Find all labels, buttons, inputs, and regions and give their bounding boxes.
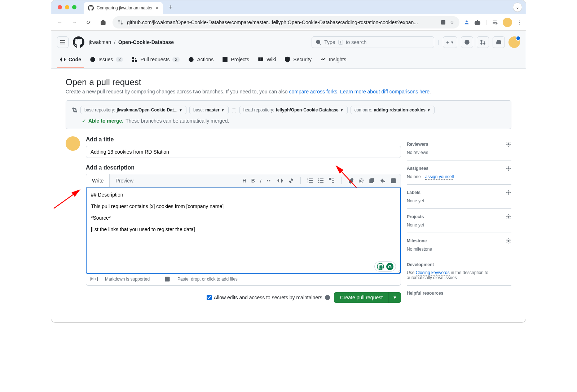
bold-icon[interactable]: B (251, 178, 255, 184)
create-pr-dropdown[interactable]: ▼ (389, 292, 401, 303)
quote-icon[interactable] (267, 178, 272, 184)
slash-commands-icon[interactable] (391, 178, 396, 184)
base-branch-select[interactable]: base: master ▼ (189, 106, 229, 114)
close-tab-icon[interactable]: × (155, 5, 158, 11)
minimize-window-icon[interactable] (65, 5, 69, 9)
link-icon[interactable] (288, 178, 294, 184)
tab-code[interactable]: Code (57, 54, 84, 68)
gear-icon[interactable] (506, 190, 511, 195)
close-window-icon[interactable] (58, 5, 62, 9)
mention-icon[interactable]: @ (359, 178, 364, 184)
profile-icon[interactable] (464, 19, 470, 25)
check-icon: ✓ (82, 118, 86, 124)
assignees-body: No one—assign yourself (407, 174, 511, 179)
github-header: jkwakman / Open-Cookie-Database Type / t… (51, 31, 526, 69)
new-tab-button[interactable]: + (166, 4, 176, 11)
window-controls[interactable] (58, 5, 76, 9)
svg-rect-41 (320, 179, 323, 179)
allow-edits-label[interactable]: Allow edits and access to secrets by mai… (207, 295, 330, 300)
attach-icon[interactable] (348, 178, 354, 184)
create-pr-button[interactable]: Create pull request (334, 292, 389, 303)
user-avatar[interactable] (508, 36, 520, 48)
caret-down-icon: ▼ (340, 108, 344, 112)
head-repo-select[interactable]: head repository: fellyph/Open-Cookie-Dat… (239, 106, 348, 114)
gear-icon[interactable] (506, 141, 511, 147)
preview-tab[interactable]: Preview (110, 174, 140, 187)
tab-actions[interactable]: Actions (185, 54, 216, 68)
media-icon[interactable] (492, 19, 498, 25)
breadcrumb: jkwakman / Open-Cookie-Database (89, 39, 174, 45)
tab-issues[interactable]: Issues 2 (87, 54, 126, 68)
development-title: Development (407, 262, 434, 267)
home-button[interactable] (98, 17, 108, 27)
issues-button[interactable] (461, 36, 473, 48)
bookmark-icon[interactable]: ☆ (450, 19, 454, 25)
labels-title: Labels (407, 190, 420, 195)
compare-forks-link[interactable]: compare across forks (289, 89, 337, 94)
browser-toolbar: ← → ⟳ github.com/jkwakman/Open-Cookie-Da… (51, 14, 526, 31)
tab-insights[interactable]: Insights (317, 54, 349, 68)
author-avatar[interactable] (66, 136, 80, 151)
tab-wiki[interactable]: Wiki (255, 54, 279, 68)
browser-window-menu[interactable]: ⌄ (513, 3, 522, 12)
merge-status: ✓ Able to merge. These branches can be a… (72, 118, 505, 124)
description-textarea[interactable] (86, 188, 401, 274)
projects-title: Projects (407, 214, 424, 219)
browser-tab[interactable]: Comparing jkwakman:master × (84, 2, 163, 14)
title-input[interactable] (86, 146, 401, 158)
paste-drop-text[interactable]: Paste, drop, or click to add files (177, 277, 238, 282)
grammarly-logo-icon[interactable]: G (386, 263, 393, 270)
tab-projects[interactable]: Projects (219, 54, 252, 68)
svg-point-11 (316, 40, 320, 44)
breadcrumb-owner[interactable]: jkwakman (89, 39, 111, 45)
grammarly-widget[interactable]: ◉ G (374, 261, 396, 272)
browser-menu-icon[interactable]: ⋮ (517, 19, 522, 25)
unordered-list-icon[interactable] (318, 178, 324, 184)
maximize-window-icon[interactable] (72, 5, 76, 9)
gear-icon[interactable] (506, 238, 511, 244)
saved-replies-icon[interactable] (380, 178, 386, 184)
inbox-button[interactable] (493, 36, 505, 48)
description-tabs: Write Preview H B I (86, 174, 401, 188)
caret-down-icon: ▼ (450, 40, 454, 44)
gear-icon[interactable] (506, 214, 511, 220)
tab-title: Comparing jkwakman:master (97, 5, 153, 10)
page-title: Open a pull request (66, 77, 511, 87)
pull-requests-button[interactable] (477, 36, 489, 48)
back-button[interactable]: ← (55, 17, 65, 27)
breadcrumb-repo[interactable]: Open-Cookie-Database (118, 39, 174, 45)
url-bar[interactable]: github.com/jkwakman/Open-Cookie-Database… (113, 16, 459, 28)
gear-icon[interactable] (506, 166, 511, 171)
ordered-list-icon[interactable]: 123 (307, 178, 313, 184)
italic-icon[interactable]: I (260, 178, 261, 184)
allow-edits-checkbox[interactable] (207, 295, 212, 300)
svg-point-40 (318, 179, 319, 180)
search-input[interactable]: Type / to search (312, 36, 434, 48)
heading-icon[interactable]: H (243, 178, 246, 184)
reload-button[interactable]: ⟳ (84, 17, 94, 27)
markdown-supported-text[interactable]: Markdown is supported (105, 277, 150, 282)
diff-learn-more-link[interactable]: Learn more about diff comparisons here (340, 89, 430, 94)
svg-point-20 (132, 57, 134, 59)
create-new-button[interactable]: + ▼ (443, 36, 457, 48)
grammarly-bulb-icon[interactable]: ◉ (377, 263, 384, 270)
forward-button[interactable]: → (69, 17, 79, 27)
browser-avatar[interactable] (503, 18, 512, 27)
tab-pull-requests[interactable]: Pull requests 2 (129, 54, 182, 68)
help-icon[interactable] (325, 295, 330, 300)
closing-keywords-link[interactable]: Closing keywords (416, 270, 450, 276)
install-app-icon[interactable] (440, 19, 446, 25)
extensions-icon[interactable] (475, 19, 480, 25)
github-logo-icon[interactable] (73, 36, 84, 48)
base-repo-select[interactable]: base repository: jkwakman/Open-Cookie-Da… (80, 106, 186, 114)
hamburger-button[interactable] (57, 36, 69, 48)
tab-security[interactable]: Security (282, 54, 314, 68)
task-list-icon[interactable] (329, 178, 335, 184)
compare-branch-select[interactable]: compare: adding-rdstation-cookies ▼ (351, 106, 435, 114)
code-icon[interactable] (277, 178, 283, 184)
cross-reference-icon[interactable] (369, 178, 375, 184)
site-settings-icon[interactable] (118, 19, 123, 25)
svg-point-0 (119, 20, 120, 21)
write-tab[interactable]: Write (86, 174, 110, 187)
assign-yourself-link[interactable]: assign yourself (425, 174, 454, 180)
